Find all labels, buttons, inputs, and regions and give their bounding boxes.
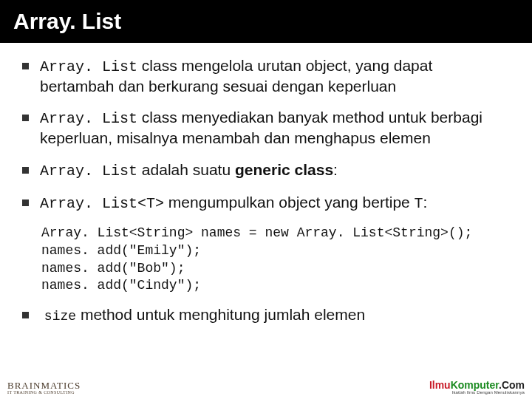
bullet-text: : bbox=[333, 161, 338, 178]
brand-right-part: Ilmu bbox=[429, 379, 451, 391]
brand-left-tagline: IT TRAINING & CONSULTING bbox=[7, 390, 81, 395]
bullet-item: size method untuk menghitung jumlah elem… bbox=[22, 305, 510, 325]
footer: BRAINMATICS IT TRAINING & CONSULTING Ilm… bbox=[7, 380, 525, 395]
brand-left-name: BRAINMATICS bbox=[7, 380, 81, 391]
slide-content: Array. List class mengelola urutan objec… bbox=[0, 43, 532, 325]
inline-code: Array. List bbox=[40, 58, 137, 75]
inline-code: size bbox=[44, 309, 76, 324]
bullet-item: Array. List class menyediakan banyak met… bbox=[22, 108, 510, 148]
bold-text: generic class bbox=[235, 161, 333, 178]
bullet-list: size method untuk menghitung jumlah elem… bbox=[22, 305, 510, 325]
bullet-text: mengumpulkan object yang bertipe bbox=[164, 194, 415, 211]
bullet-text: method untuk menghitung jumlah elemen bbox=[76, 306, 365, 323]
footer-brand-right: IlmuKomputer.Com Ikatlah Ilmu Dengan Men… bbox=[429, 380, 525, 395]
inline-code: T bbox=[415, 195, 423, 212]
brand-right-part: Komputer bbox=[451, 379, 499, 391]
inline-code: Array. List bbox=[40, 163, 137, 180]
title-bar: Array. List bbox=[0, 0, 532, 43]
footer-brand-left: BRAINMATICS IT TRAINING & CONSULTING bbox=[7, 381, 81, 395]
bullet-item: Array. List<T> mengumpulkan object yang … bbox=[22, 193, 510, 214]
code-block: Array. List<String> names = new Array. L… bbox=[41, 225, 510, 295]
slide-title: Array. List bbox=[13, 9, 121, 34]
bullet-text: adalah suatu bbox=[137, 161, 235, 178]
brand-right-part: .Com bbox=[499, 379, 525, 391]
bullet-item: Array. List adalah suatu generic class: bbox=[22, 160, 510, 181]
inline-code: Array. List<T> bbox=[40, 195, 164, 212]
inline-code: Array. List bbox=[40, 110, 137, 127]
bullet-text: : bbox=[423, 194, 428, 211]
bullet-item: Array. List class mengelola urutan objec… bbox=[22, 56, 510, 96]
bullet-list: Array. List class mengelola urutan objec… bbox=[22, 56, 510, 213]
